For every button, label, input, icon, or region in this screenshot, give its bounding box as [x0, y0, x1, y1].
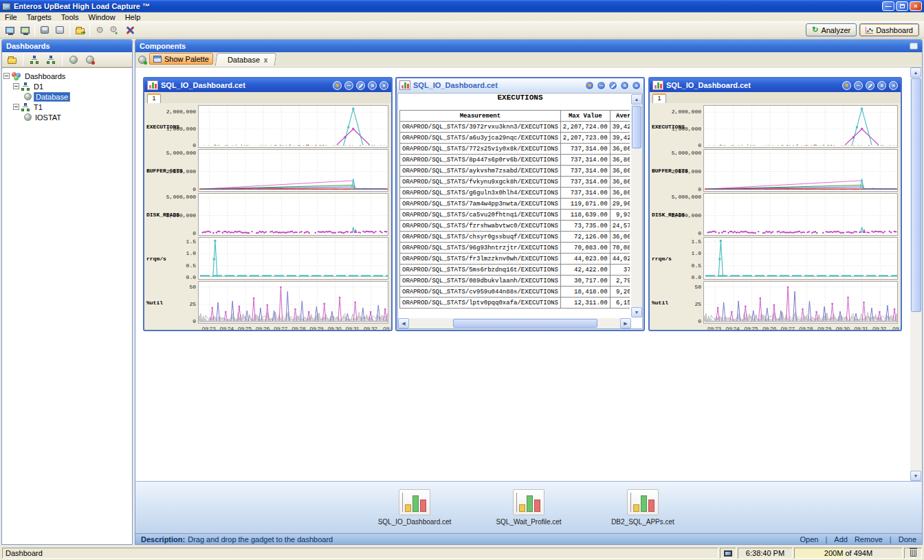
gadget-collapse-button[interactable]: « [877, 81, 886, 90]
open-dashboard-button[interactable] [4, 53, 19, 67]
expander-icon[interactable] [3, 73, 10, 79]
scrollbar-thumb[interactable] [632, 106, 641, 148]
tree-label[interactable]: IOSTAT [34, 113, 63, 122]
analyzer-button[interactable]: ↻ Analyzer [806, 23, 857, 36]
tree-node-iostat[interactable]: IOSTAT [24, 112, 131, 122]
menu-help[interactable]: Help [120, 12, 146, 22]
tree-node-root[interactable]: Dashboards [3, 71, 131, 81]
save-capture-button[interactable] [37, 23, 52, 37]
gadget-tab-1[interactable]: 1 [147, 93, 161, 103]
table-row[interactable]: ORAPROD/SQL_STATS/5ms6rbzdnq16t/EXECUTIO… [400, 265, 630, 276]
restore-button[interactable] [896, 1, 908, 11]
gadget-settings-button[interactable] [356, 81, 365, 90]
table-row[interactable]: ORAPROD/SQL_STATS/089dbukvlaanh/EXECUTIO… [400, 276, 630, 287]
col-average[interactable]: Average [610, 111, 630, 122]
gadget-titlebar[interactable]: SQL_IO_Dashboard.cet ● ─ « × [650, 78, 901, 92]
table-row[interactable]: ORAPROD/SQL_STATS/772s25v1y0x8k/EXECUTIO… [400, 144, 630, 155]
tab-close-icon[interactable]: x [264, 56, 268, 64]
table-row[interactable]: ORAPROD/SQL_STATS/g6guln3x0hlh4/EXECUTIO… [400, 188, 630, 199]
open-capture-button[interactable] [52, 23, 67, 37]
panel-collapse-button[interactable] [910, 43, 918, 49]
col-measurement[interactable]: Measurement [400, 111, 561, 122]
gadget-record-button[interactable]: ● [842, 81, 851, 90]
connect-target-button[interactable] [2, 23, 17, 37]
memory-indicator[interactable]: 200M of 494M [794, 548, 903, 559]
col-max-value[interactable]: Max Value [560, 111, 610, 122]
tree-label[interactable]: T1 [32, 103, 44, 111]
add-component-button[interactable] [66, 53, 81, 67]
export-button[interactable] [72, 23, 87, 37]
tree-label-selected[interactable]: Database [34, 92, 70, 102]
table-scroll-area[interactable]: Measurement Max Value Average Co ORAPROD… [399, 110, 630, 317]
table-row[interactable]: ORAPROD/SQL_STATS/8p447s6p0rv6b/EXECUTIO… [400, 155, 630, 166]
palette-item-db2-sql-apps[interactable]: DB2_SQL_APPs.cet [595, 489, 691, 526]
gadget-record-button[interactable]: ● [585, 81, 594, 90]
table-row[interactable]: ORAPROD/SQL_STATS/chsyr0gssbuqf/EXECUTIO… [400, 232, 630, 243]
minimize-button[interactable]: — [882, 1, 894, 11]
gadget-tab-1[interactable]: 1 [652, 93, 666, 103]
add-target-button[interactable] [17, 23, 32, 37]
table-row[interactable]: ORAPROD/SQL_STATS/fvkynu9xgck8h/EXECUTIO… [400, 177, 630, 188]
menu-file[interactable]: File [0, 12, 22, 22]
gadget-settings-button[interactable] [608, 81, 617, 90]
remove-dashboard-button[interactable] [43, 53, 58, 67]
gadget-titlebar[interactable]: SQL_IO_Dashboard.cet ● ─ « × [144, 78, 391, 92]
garbage-collect-button[interactable] [904, 548, 922, 559]
scrollbar-thumb[interactable] [453, 319, 597, 328]
remove-component-button[interactable] [82, 53, 98, 67]
table-row[interactable]: ORAPROD/SQL_STATS/fr3lmzzknv0wh/EXECUTIO… [400, 254, 630, 265]
tree-label[interactable]: D1 [32, 82, 45, 91]
table-row[interactable]: ORAPROD/SQL_STATS/3972rvxu3knn3/EXECUTIO… [400, 122, 630, 133]
table-row[interactable]: ORAPROD/SQL_STATS/ca5vu20fhtnq1/EXECUTIO… [400, 210, 630, 221]
menu-targets[interactable]: Targets [22, 12, 56, 22]
gadget-menu-button[interactable]: ─ [597, 81, 606, 90]
dashboard-button[interactable]: Dashboard [859, 23, 919, 36]
gadget-close-button[interactable]: × [380, 81, 388, 90]
table-row[interactable]: ORAPROD/SQL_STATS/fzrshwabvtwc0/EXECUTIO… [400, 221, 630, 232]
tree-node-database[interactable]: Database [24, 91, 131, 102]
gadget-collapse-button[interactable]: « [620, 81, 629, 90]
gadget-collapse-button[interactable]: « [368, 81, 377, 90]
show-palette-toggle[interactable]: Show Palette [149, 53, 213, 65]
add-dashboard-button[interactable] [27, 53, 42, 67]
scroll-down-icon[interactable]: ▼ [910, 471, 921, 481]
gadget-close-button[interactable]: × [632, 81, 641, 90]
table-row[interactable]: ORAPROD/SQL_STATS/a6u3yjca29nqc/EXECUTIO… [400, 133, 630, 144]
scroll-right-icon[interactable]: ▶ [620, 318, 631, 328]
window-titlebar[interactable]: Enteros UpBeat High Load Capture ™ — × [0, 0, 924, 12]
close-button[interactable]: × [910, 1, 922, 11]
scrollbar-thumb[interactable] [911, 78, 921, 312]
gadget-close-button[interactable]: × [889, 81, 898, 90]
gadget-sql-io-table[interactable]: SQL_IO_Dashboard.cet ● ─ « × EXECUTIONS [395, 77, 645, 331]
gadget-menu-button[interactable]: ─ [854, 81, 863, 90]
expander-icon[interactable] [13, 104, 19, 110]
gadget-record-button[interactable]: ● [333, 81, 342, 90]
gadget-sql-io-charts-right[interactable]: SQL_IO_Dashboard.cet ● ─ « × 1 EXECUTION… [648, 77, 902, 331]
scroll-up-icon[interactable]: ▲ [910, 67, 921, 78]
menu-tools[interactable]: Tools [56, 12, 84, 22]
add-action[interactable]: Add [834, 535, 848, 544]
preferences-button[interactable] [122, 23, 138, 37]
table-vertical-scrollbar[interactable]: ▲ ▼ [631, 94, 642, 317]
tree-node-t1[interactable]: T1 [13, 102, 131, 112]
canvas-vertical-scrollbar[interactable]: ▲ ▼ [910, 67, 922, 481]
table-row[interactable]: ORAPROD/SQL_STATS/96g93hntrzjtr/EXECUTIO… [400, 243, 630, 254]
run-settings-button[interactable]: ⚙ [107, 23, 122, 37]
gadget-settings-button[interactable] [866, 81, 874, 90]
table-row[interactable]: ORAPROD/SQL_STATS/lptv0pqq0xafa/EXECUTIO… [400, 298, 630, 309]
palette-item-sql-wait-profile[interactable]: SQL_Wait_Profile.cet [481, 489, 577, 526]
table-horizontal-scrollbar[interactable]: ◀ ▶ [398, 318, 631, 328]
remove-action[interactable]: Remove [855, 535, 883, 544]
gadget-sql-io-charts-left[interactable]: SQL_IO_Dashboard.cet ● ─ « × 1 EXECUTION… [143, 77, 393, 331]
done-action[interactable]: Done [899, 535, 916, 544]
gadget-titlebar[interactable]: SQL_IO_Dashboard.cet ● ─ « × [397, 78, 644, 92]
scroll-up-icon[interactable]: ▲ [631, 94, 642, 104]
tree-label[interactable]: Dashboards [23, 72, 67, 80]
expander-icon[interactable] [13, 83, 19, 89]
scroll-left-icon[interactable]: ◀ [398, 318, 409, 328]
open-action[interactable]: Open [800, 535, 819, 544]
scroll-down-icon[interactable]: ▼ [631, 307, 642, 317]
table-row[interactable]: ORAPROD/SQL_STATS/7am4w4pp3nwta/EXECUTIO… [400, 199, 630, 210]
tree-node-d1[interactable]: D1 [13, 81, 131, 91]
menu-window[interactable]: Window [84, 12, 120, 22]
